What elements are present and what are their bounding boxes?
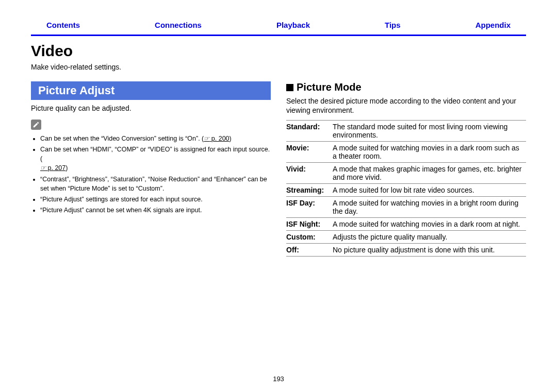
page-number: 193	[273, 375, 284, 383]
notes-list: Can be set when the “Video Conversion” s…	[31, 134, 271, 215]
table-row: Standard: The standard mode suited for m…	[286, 121, 526, 142]
mode-label: Custom:	[286, 231, 333, 244]
picture-adjust-lead: Picture quality can be adjusted.	[31, 104, 271, 112]
content-columns: Picture Adjust Picture quality can be ad…	[31, 81, 526, 257]
top-nav: Contents Connections Playback Tips Appen…	[31, 21, 526, 35]
table-row: Custom: Adjusts the picture quality manu…	[286, 231, 526, 244]
note-item: “Picture Adjust” cannot be set when 4K s…	[40, 206, 271, 215]
mode-label: Off:	[286, 244, 333, 257]
mode-label: Standard:	[286, 121, 333, 142]
note-text: Can be set when the “Video Conversion” s…	[40, 135, 204, 142]
subsection-heading-picture-mode: Picture Mode	[286, 81, 526, 93]
page-title: Video	[31, 42, 526, 60]
nav-playback[interactable]: Playback	[276, 21, 310, 29]
table-row: Movie: A mode suited for watching movies…	[286, 142, 526, 163]
manual-page: Contents Connections Playback Tips Appen…	[0, 0, 557, 392]
note-text: Can be set when “HDMI”, “COMP” or “VIDEO…	[40, 146, 270, 162]
mode-label: ISF Day:	[286, 197, 333, 218]
mode-desc: Adjusts the picture quality manually.	[333, 231, 526, 244]
table-row: ISF Night: A mode suited for watching mo…	[286, 218, 526, 231]
note-text: )	[65, 164, 68, 172]
nav-connections[interactable]: Connections	[155, 21, 202, 29]
note-icon	[31, 120, 41, 130]
subsection-heading-text: Picture Mode	[297, 81, 362, 93]
mode-desc: A mode suited for low bit rate video sou…	[333, 184, 526, 197]
mode-label: Vivid:	[286, 163, 333, 184]
nav-tips[interactable]: Tips	[385, 21, 401, 29]
nav-contents[interactable]: Contents	[46, 21, 80, 29]
nav-divider	[31, 35, 526, 36]
table-row: ISF Day: A mode suited for watching movi…	[286, 197, 526, 218]
left-column: Picture Adjust Picture quality can be ad…	[31, 81, 271, 257]
hand-icon: ☞	[40, 164, 46, 172]
picture-mode-intro: Select the desired picture mode accordin…	[286, 96, 526, 115]
mode-desc: A mode suited for watching movies in a b…	[333, 197, 526, 218]
note-text: )	[230, 135, 232, 142]
picture-mode-table: Standard: The standard mode suited for m…	[286, 120, 526, 257]
table-row: Streaming: A mode suited for low bit rat…	[286, 184, 526, 197]
note-item: “Contrast”, “Brightness”, “Saturation”, …	[40, 175, 271, 193]
page-ref-label: p. 200	[211, 135, 230, 142]
mode-desc: The standard mode suited for most living…	[333, 121, 526, 142]
mode-desc: A mode that makes graphic images for gam…	[333, 163, 526, 184]
table-row: Off: No picture quality adjustment is do…	[286, 244, 526, 257]
page-ref-200[interactable]: ☞ p. 200	[204, 135, 229, 142]
note-item: Can be set when “HDMI”, “COMP” or “VIDEO…	[40, 145, 271, 173]
page-ref-label: p. 207	[47, 164, 65, 172]
note-item: Can be set when the “Video Conversion” s…	[40, 134, 271, 143]
square-bullet-icon	[286, 84, 293, 91]
mode-label: Movie:	[286, 142, 333, 163]
note-item: “Picture Adjust” settings are stored for…	[40, 195, 271, 204]
mode-label: ISF Night:	[286, 218, 333, 231]
hand-icon: ☞	[204, 135, 209, 142]
section-bar-picture-adjust: Picture Adjust	[31, 81, 271, 100]
mode-desc: A mode suited for watching movies in a d…	[333, 142, 526, 163]
mode-desc: A mode suited for watching movies in a d…	[333, 218, 526, 231]
nav-appendix[interactable]: Appendix	[476, 21, 511, 29]
table-row: Vivid: A mode that makes graphic images …	[286, 163, 526, 184]
mode-desc: No picture quality adjustment is done wi…	[333, 244, 526, 257]
page-ref-207[interactable]: ☞ p. 207	[40, 164, 65, 172]
right-column: Picture Mode Select the desired picture …	[286, 81, 526, 257]
mode-label: Streaming:	[286, 184, 333, 197]
page-subtitle: Make video-related settings.	[31, 63, 526, 71]
